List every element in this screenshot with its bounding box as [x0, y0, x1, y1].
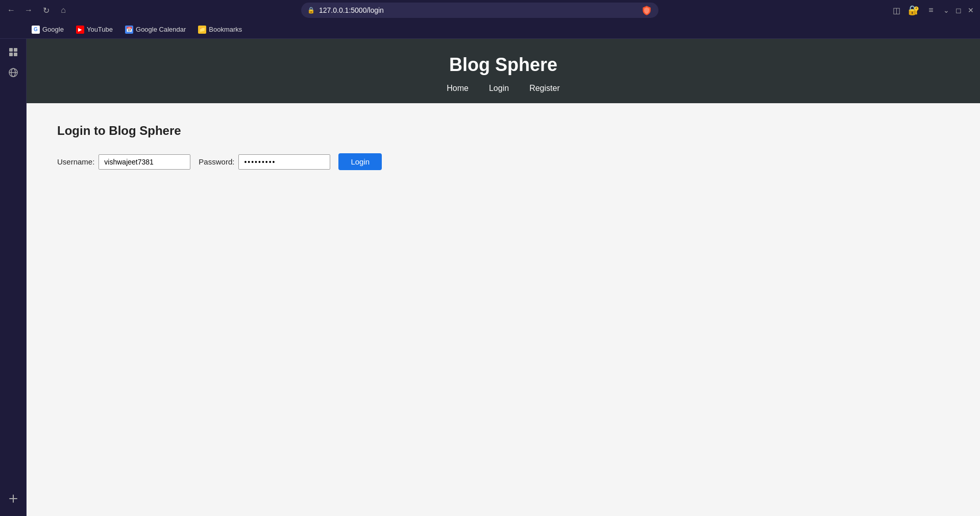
- bookmark-bookmarks[interactable]: 📁 Bookmarks: [193, 24, 247, 36]
- username-label: Username:: [57, 157, 94, 166]
- login-button[interactable]: Login: [338, 153, 382, 170]
- minimize-button[interactable]: ⌄: [941, 5, 951, 15]
- calendar-favicon: 📅: [125, 26, 133, 34]
- password-group: Password:: [199, 154, 330, 170]
- bookmark-google-label: Google: [42, 26, 64, 33]
- security-icon: 🔒: [307, 7, 315, 14]
- web-content: Blog Sphere Home Login Register Login to…: [27, 39, 980, 516]
- sidebar-toggle-button[interactable]: ◫: [889, 3, 903, 17]
- bookmark-calendar[interactable]: 📅 Google Calendar: [120, 24, 191, 36]
- nav-register[interactable]: Register: [529, 84, 560, 93]
- sidebar-add-tab-icon[interactable]: [4, 489, 22, 508]
- sidebar-tabs-icon[interactable]: [4, 43, 22, 61]
- bookmarks-favicon: 📁: [198, 26, 206, 34]
- title-bar: ← → ↻ ⌂ 🔒 ◫ 🔐 ≡ ⌄: [0, 0, 980, 20]
- reload-button[interactable]: ↻: [39, 3, 53, 17]
- youtube-favicon: ▶: [76, 26, 84, 34]
- reader-mode-button[interactable]: 🔐: [906, 3, 921, 17]
- address-bar[interactable]: [319, 6, 637, 14]
- bookmark-bookmarks-label: Bookmarks: [209, 26, 242, 33]
- address-bar-container: 🔒: [301, 3, 658, 18]
- username-group: Username:: [57, 154, 190, 170]
- password-input[interactable]: [238, 154, 330, 170]
- browser-window: ← → ↻ ⌂ 🔒 ◫ 🔐 ≡ ⌄: [0, 0, 980, 516]
- page-content: Login to Blog Sphere Username: Password:…: [27, 103, 980, 516]
- forward-button[interactable]: →: [21, 3, 36, 17]
- bookmark-youtube-label: YouTube: [87, 26, 113, 33]
- window-controls: ⌄ ◻ ✕: [941, 5, 976, 15]
- menu-button[interactable]: ≡: [924, 3, 938, 17]
- main-area: Blog Sphere Home Login Register Login to…: [0, 39, 980, 516]
- svg-rect-8: [13, 495, 14, 503]
- bookmark-youtube[interactable]: ▶ YouTube: [71, 24, 118, 36]
- bookmark-calendar-label: Google Calendar: [136, 26, 186, 33]
- login-form: Username: Password: Login: [57, 153, 949, 170]
- topbar-right: ◫ 🔐 ≡ ⌄ ◻ ✕: [889, 3, 976, 17]
- close-button[interactable]: ✕: [966, 5, 976, 15]
- home-button[interactable]: ⌂: [56, 3, 70, 17]
- site-nav: Home Login Register: [27, 84, 980, 93]
- username-input[interactable]: [99, 154, 190, 170]
- back-button[interactable]: ←: [4, 3, 18, 17]
- svg-rect-2: [9, 53, 13, 56]
- bookmarks-bar: G Google ▶ YouTube 📅 Google Calendar 📁 B…: [0, 20, 980, 39]
- password-label: Password:: [199, 157, 234, 166]
- site-title: Blog Sphere: [27, 54, 980, 76]
- sidebar-globe-icon[interactable]: [4, 63, 22, 82]
- nav-login[interactable]: Login: [489, 84, 509, 93]
- page-heading: Login to Blog Sphere: [57, 124, 949, 138]
- svg-rect-3: [14, 53, 17, 56]
- site-header: Blog Sphere Home Login Register: [27, 39, 980, 103]
- nav-home[interactable]: Home: [447, 84, 469, 93]
- restore-button[interactable]: ◻: [953, 5, 964, 15]
- bookmark-google[interactable]: G Google: [27, 24, 69, 36]
- browser-sidebar: [0, 39, 27, 516]
- svg-rect-0: [9, 48, 13, 52]
- brave-shield-icon[interactable]: [641, 5, 652, 16]
- google-favicon: G: [32, 26, 40, 34]
- svg-rect-1: [14, 48, 17, 52]
- nav-buttons: ← → ↻ ⌂: [4, 3, 70, 17]
